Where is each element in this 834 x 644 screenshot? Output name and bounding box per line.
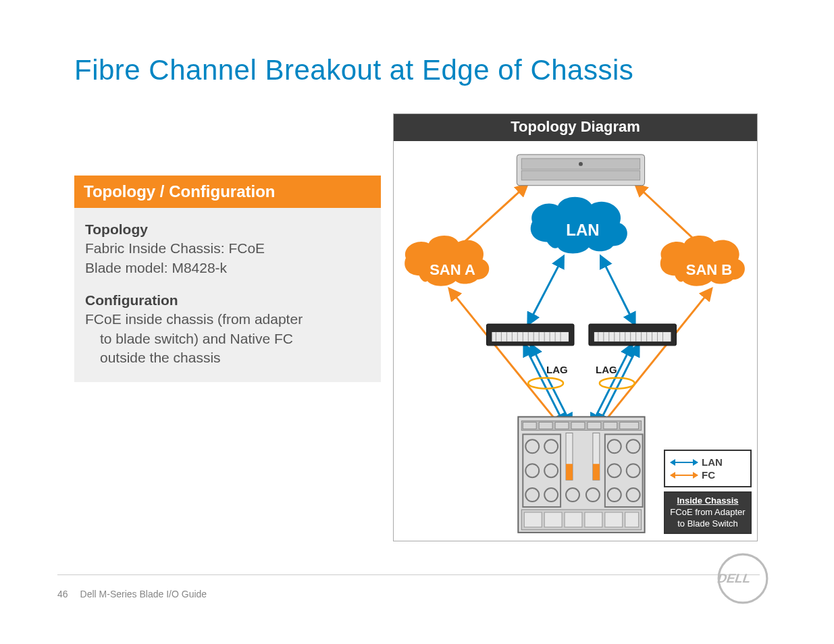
- svg-rect-79: [585, 512, 602, 527]
- svg-rect-54: [620, 422, 639, 429]
- storage-array-icon: [517, 155, 644, 186]
- svg-rect-58: [593, 464, 600, 480]
- page-number: 46: [57, 589, 68, 599]
- legend-arrows: LAN FC: [664, 450, 752, 487]
- legend-fc-label: FC: [702, 469, 715, 481]
- footer: 46 Dell M-Series Blade I/O Guide: [57, 574, 760, 599]
- svg-rect-80: [605, 512, 623, 527]
- dell-logo-text: DELL: [716, 572, 753, 585]
- svg-rect-51: [571, 422, 585, 429]
- configuration-line2: to blade switch) and Native FC: [85, 329, 370, 348]
- svg-rect-48: [523, 422, 536, 429]
- svg-line-0: [450, 289, 561, 427]
- svg-rect-17: [492, 332, 569, 342]
- blade-chassis-icon: [518, 417, 644, 532]
- svg-rect-50: [555, 422, 569, 429]
- svg-line-9: [601, 257, 635, 324]
- tor-switch-right-icon: [589, 324, 677, 346]
- svg-line-1: [600, 289, 711, 427]
- doc-title: Dell M-Series Blade I/O Guide: [80, 589, 207, 599]
- lan-cloud-label: LAN: [559, 221, 606, 240]
- legend-inside-chassis: Inside Chassis FCoE from Adapter to Blad…: [664, 491, 752, 534]
- config-panel-header: Topology / Configuration: [74, 176, 381, 208]
- topology-diagram: Topology Diagram: [393, 113, 758, 541]
- svg-rect-49: [539, 422, 552, 429]
- configuration-line3: outside the chassis: [85, 348, 370, 367]
- lag-left-label: LAG: [546, 364, 568, 375]
- svg-rect-52: [588, 422, 601, 429]
- topology-diagram-header: Topology Diagram: [394, 114, 757, 141]
- svg-rect-53: [604, 422, 617, 429]
- tor-switch-left-icon: [486, 324, 574, 346]
- svg-rect-78: [565, 512, 582, 527]
- legend-inside-title: Inside Chassis: [669, 495, 746, 507]
- slide: Fibre Channel Breakout at Edge of Chassi…: [0, 0, 834, 644]
- topology-line1: Fabric Inside Chassis: FCoE: [85, 239, 370, 258]
- legend-inside-body: FCoE from Adapter to Blade Switch: [670, 507, 745, 529]
- config-panel: Topology / Configuration Topology Fabric…: [74, 176, 381, 382]
- topology-heading: Topology: [85, 220, 370, 239]
- configuration-block: Configuration FCoE inside chassis (from …: [85, 291, 370, 367]
- dell-logo-icon: DELL: [716, 552, 769, 605]
- svg-rect-56: [566, 464, 573, 480]
- legend-lan-label: LAN: [702, 456, 723, 468]
- san-a-label: SAN A: [422, 261, 483, 279]
- svg-line-8: [528, 257, 563, 324]
- svg-rect-76: [524, 512, 542, 527]
- configuration-line1: FCoE inside chassis (from adapter: [85, 310, 370, 329]
- slide-title: Fibre Channel Breakout at Edge of Chassi…: [74, 54, 760, 86]
- content-row: Topology / Configuration Topology Fabric…: [74, 113, 760, 541]
- lan-arrow-icon: [671, 462, 698, 463]
- lag-right-label: LAG: [596, 364, 617, 375]
- svg-point-15: [579, 162, 583, 166]
- config-panel-body: Topology Fabric Inside Chassis: FCoE Bla…: [74, 208, 381, 382]
- topology-line2: Blade model: M8428-k: [85, 259, 370, 277]
- svg-rect-32: [594, 332, 671, 342]
- topology-diagram-body: LAN SAN A SAN B LAG LAG LAN FC: [394, 141, 757, 541]
- svg-rect-14: [521, 171, 640, 180]
- san-b-label: SAN B: [679, 261, 739, 279]
- svg-rect-77: [544, 512, 562, 527]
- legend-lan-row: LAN: [671, 456, 745, 468]
- legend: LAN FC Inside Chassis FCoE from Adapter …: [664, 450, 752, 534]
- svg-rect-81: [625, 512, 639, 527]
- legend-fc-row: FC: [671, 469, 745, 481]
- configuration-heading: Configuration: [85, 291, 370, 310]
- fc-arrow-icon: [671, 475, 698, 476]
- topology-block: Topology Fabric Inside Chassis: FCoE Bla…: [85, 220, 370, 277]
